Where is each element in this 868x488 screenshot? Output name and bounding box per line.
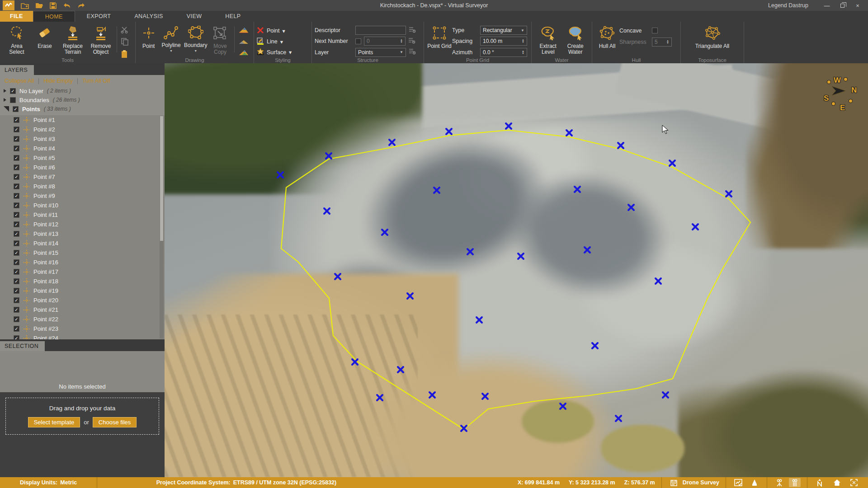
fullscreen-icon[interactable] bbox=[848, 478, 860, 487]
next-number-field[interactable]: 0 ▲▼ bbox=[364, 37, 406, 46]
layer-options-icon[interactable] bbox=[409, 48, 416, 56]
minimize-button[interactable]: — bbox=[820, 0, 834, 10]
boundary-dropdown-caret[interactable]: ▾ bbox=[195, 50, 197, 52]
survey-point-marker[interactable] bbox=[428, 391, 436, 399]
points-checkbox[interactable]: ✓ bbox=[13, 106, 19, 112]
hide-empty-link[interactable]: Hide Empty bbox=[43, 78, 73, 84]
point-list-item[interactable]: ✓Point #6 bbox=[0, 163, 165, 172]
survey-point-marker[interactable] bbox=[614, 414, 623, 422]
type-dropdown[interactable]: Rectangular ▼ bbox=[480, 26, 527, 35]
styling-point-button[interactable]: Point ▾ bbox=[257, 26, 292, 36]
north-up-icon[interactable] bbox=[814, 478, 826, 487]
azimuth-field[interactable]: 0.0 ° ▲▼ bbox=[480, 48, 527, 57]
survey-point-marker[interactable] bbox=[475, 316, 483, 324]
point-list-item[interactable]: ✓Point #15 bbox=[0, 248, 165, 258]
erase-button[interactable]: Erase bbox=[31, 23, 59, 57]
undo-icon[interactable] bbox=[63, 3, 71, 9]
point-checkbox[interactable]: ✓ bbox=[14, 193, 19, 199]
survey-point-marker[interactable] bbox=[325, 152, 333, 160]
point-checkbox[interactable]: ✓ bbox=[14, 269, 19, 275]
point-checkbox[interactable]: ✓ bbox=[14, 288, 19, 294]
point-list-item[interactable]: ✓Point #8 bbox=[0, 182, 165, 191]
point-grid-button[interactable]: Point Grid bbox=[427, 23, 452, 57]
survey-point-marker[interactable] bbox=[406, 292, 414, 300]
point-checkbox[interactable]: ✓ bbox=[14, 127, 19, 132]
point-list-item[interactable]: ✓Point #20 bbox=[0, 296, 165, 305]
terrain-style-1-icon[interactable] bbox=[238, 26, 249, 35]
point-checkbox[interactable]: ✓ bbox=[14, 250, 19, 256]
select-template-button[interactable]: Select template bbox=[28, 417, 80, 427]
point-checkbox[interactable]: ✓ bbox=[14, 326, 19, 332]
layers-panel-tab[interactable]: LAYERS bbox=[0, 65, 34, 75]
point-list-item[interactable]: ✓Point #23 bbox=[0, 324, 165, 333]
layer-group-boundaries[interactable]: Boundaries ( 26 items ) bbox=[0, 95, 165, 104]
extract-level-button[interactable]: Extract Level bbox=[534, 23, 562, 57]
descriptor-options-icon[interactable] bbox=[409, 27, 416, 34]
copy-icon[interactable] bbox=[121, 38, 129, 47]
styling-line-button[interactable]: Line ▾ bbox=[257, 37, 292, 47]
move-copy-button[interactable]: Move Copy bbox=[208, 23, 232, 57]
point-list-item[interactable]: ✓Point #16 bbox=[0, 258, 165, 267]
point-list-item[interactable]: ✓Point #10 bbox=[0, 201, 165, 210]
hull-all-button[interactable]: Hull All bbox=[595, 23, 619, 57]
area-select-button[interactable]: Area Select bbox=[3, 23, 31, 57]
survey-point-marker[interactable] bbox=[276, 171, 284, 179]
collapse-icon[interactable] bbox=[4, 106, 9, 112]
tab-file[interactable]: FILE bbox=[0, 11, 33, 22]
survey-mode-selector[interactable]: Drone Survey bbox=[662, 477, 726, 488]
point-checkbox[interactable]: ✓ bbox=[14, 145, 19, 151]
point-list-item[interactable]: ✓Point #13 bbox=[0, 229, 165, 239]
point-checkbox[interactable]: ✓ bbox=[14, 316, 19, 322]
point-list-item[interactable]: ✓Point #12 bbox=[0, 220, 165, 229]
survey-point-marker[interactable] bbox=[661, 391, 670, 399]
point-checkbox[interactable]: ✓ bbox=[14, 212, 19, 218]
replace-terrain-button[interactable]: Replace Terrain bbox=[59, 23, 87, 57]
point-list-item[interactable]: ✓Point #24 bbox=[0, 333, 165, 339]
survey-point-marker[interactable] bbox=[323, 207, 331, 215]
terrain-style-2-icon[interactable] bbox=[238, 38, 249, 47]
tab-home[interactable]: HOME bbox=[33, 11, 75, 22]
point-checkbox[interactable]: ✓ bbox=[14, 202, 19, 208]
point-checkbox[interactable]: ✓ bbox=[14, 259, 19, 265]
point-list-item[interactable]: ✓Point #21 bbox=[0, 305, 165, 314]
survey-point-marker[interactable] bbox=[591, 342, 599, 350]
point-list-item[interactable]: ✓Point #14 bbox=[0, 239, 165, 248]
descriptor-input[interactable] bbox=[358, 27, 403, 33]
point-list-item[interactable]: ✓Point #11 bbox=[0, 210, 165, 220]
drop-zone[interactable]: Drag and drop your data Select template … bbox=[5, 398, 159, 435]
sharpness-field[interactable]: 5 ▲▼ bbox=[652, 38, 672, 47]
point-list-item[interactable]: ✓Point #1 bbox=[0, 115, 165, 125]
tab-analysis[interactable]: ANALYSIS bbox=[123, 11, 175, 22]
survey-point-marker[interactable] bbox=[559, 402, 567, 410]
turn-all-off-link[interactable]: Turn All Off bbox=[82, 78, 110, 84]
point-checkbox[interactable]: ✓ bbox=[14, 136, 19, 142]
point-list-item[interactable]: ✓Point #17 bbox=[0, 267, 165, 277]
tab-help[interactable]: HELP bbox=[213, 11, 252, 22]
point-checkbox[interactable]: ✓ bbox=[14, 278, 19, 284]
point-list-item[interactable]: ✓Point #19 bbox=[0, 286, 165, 296]
compass-rose[interactable]: W N S E bbox=[819, 74, 868, 117]
point-list-item[interactable]: ✓Point #22 bbox=[0, 314, 165, 324]
point-list-item[interactable]: ✓Point #7 bbox=[0, 172, 165, 182]
survey-point-marker[interactable] bbox=[396, 366, 405, 374]
selection-panel-tab[interactable]: SELECTION bbox=[0, 341, 45, 351]
survey-point-marker[interactable] bbox=[466, 248, 474, 256]
point-checkbox[interactable]: ✓ bbox=[14, 174, 19, 180]
spacing-field[interactable]: 10.00 m ▲▼ bbox=[480, 37, 527, 46]
point-checkbox[interactable]: ✓ bbox=[14, 307, 19, 313]
plumb-weight-icon[interactable] bbox=[749, 478, 760, 487]
survey-point-marker[interactable] bbox=[376, 394, 384, 402]
collapse-all-link[interactable]: Collapse All bbox=[5, 78, 34, 84]
remove-object-button[interactable]: Remove Object bbox=[87, 23, 115, 57]
triangulate-all-button[interactable]: Triangulate All bbox=[695, 23, 730, 57]
restore-button[interactable] bbox=[835, 0, 849, 10]
layer-dropdown[interactable]: Points ▼ bbox=[355, 48, 406, 57]
survey-point-marker[interactable] bbox=[481, 392, 489, 400]
concave-checkbox[interactable] bbox=[652, 28, 658, 33]
next-number-checkbox[interactable] bbox=[355, 38, 361, 44]
point-list-item[interactable]: ✓Point #9 bbox=[0, 191, 165, 201]
descriptor-field[interactable] bbox=[355, 26, 406, 35]
point-checkbox[interactable]: ✓ bbox=[14, 221, 19, 227]
survey-point-marker[interactable] bbox=[445, 127, 453, 136]
layer-group-no-layer[interactable]: ✓ No Layer ( 2 items ) bbox=[0, 86, 165, 95]
